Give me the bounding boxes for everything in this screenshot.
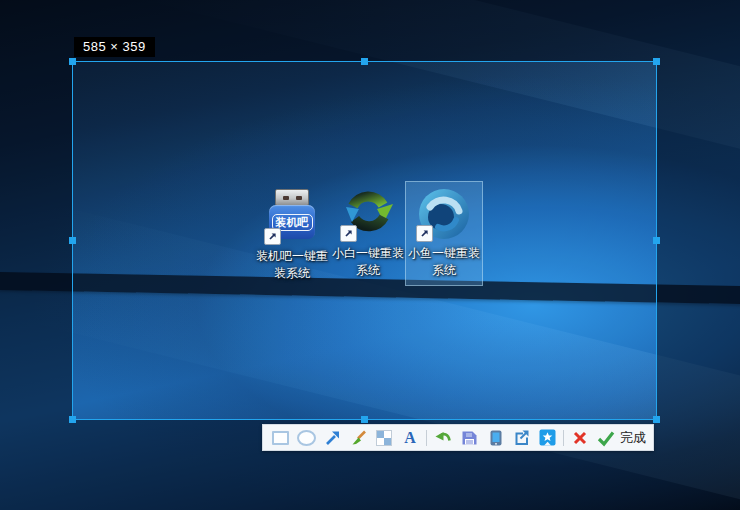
resize-handle-w[interactable]	[69, 237, 76, 244]
text-tool-icon: A	[404, 430, 416, 446]
undo-button[interactable]	[433, 428, 453, 448]
text-tool-button[interactable]: A	[400, 428, 420, 448]
cancel-button[interactable]	[570, 428, 590, 448]
selection-size-label: 585 × 359	[74, 37, 155, 57]
resize-handle-se[interactable]	[653, 416, 660, 423]
save-icon	[460, 428, 479, 447]
save-button[interactable]	[459, 428, 479, 448]
ellipse-icon	[297, 430, 316, 446]
resize-handle-e[interactable]	[653, 237, 660, 244]
resize-handle-sw[interactable]	[69, 416, 76, 423]
confirm-button[interactable]: 完成	[596, 428, 646, 448]
arrow-icon	[323, 428, 342, 447]
mosaic-tool-button[interactable]	[374, 428, 394, 448]
star-icon	[538, 428, 557, 447]
checkmark-icon	[596, 429, 616, 447]
screenshot-tool-screen: 装机吧 装机吧一键重 装系统	[0, 0, 740, 510]
toolbar-separator	[563, 430, 564, 446]
cancel-x-icon	[571, 429, 589, 447]
share-icon	[512, 428, 531, 447]
annotation-toolbar: A	[262, 424, 654, 451]
brush-tool-button[interactable]	[348, 428, 368, 448]
arrow-tool-button[interactable]	[322, 428, 342, 448]
rectangle-tool-button[interactable]	[270, 428, 290, 448]
resize-handle-n[interactable]	[361, 58, 368, 65]
resize-handle-s[interactable]	[361, 416, 368, 423]
favorite-button[interactable]	[537, 428, 557, 448]
resize-handle-nw[interactable]	[69, 58, 76, 65]
resize-handle-ne[interactable]	[653, 58, 660, 65]
capture-selection-region[interactable]	[72, 61, 657, 420]
pin-to-screen-button[interactable]	[485, 428, 505, 448]
toolbar-separator	[426, 430, 427, 446]
undo-icon	[434, 428, 453, 447]
ellipse-tool-button[interactable]	[296, 428, 316, 448]
share-button[interactable]	[511, 428, 531, 448]
device-icon	[486, 428, 505, 447]
rectangle-icon	[272, 431, 289, 445]
mosaic-icon	[376, 430, 392, 446]
brush-icon	[349, 428, 368, 447]
confirm-button-label: 完成	[620, 429, 646, 447]
